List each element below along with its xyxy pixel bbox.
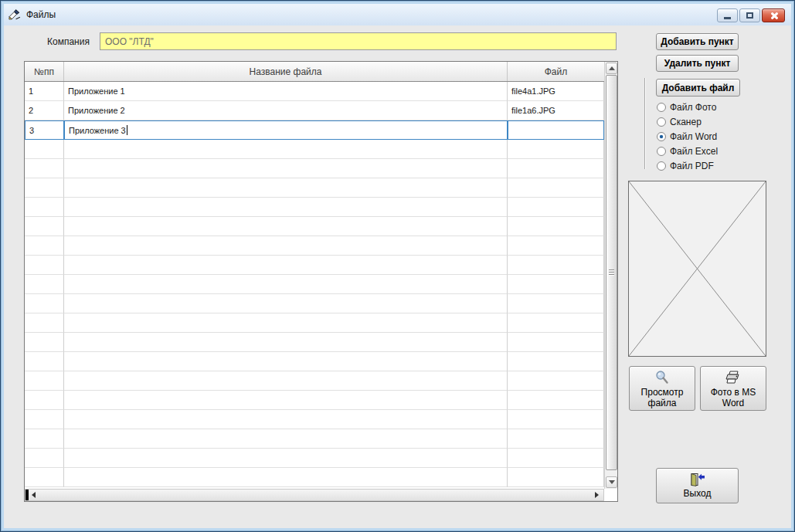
table-row-empty[interactable] — [25, 294, 604, 313]
table-rows: 1 Приложение 1 file4a1.JPG 2 Приложение … — [25, 82, 604, 487]
table-row-empty[interactable] — [25, 333, 604, 352]
table-row-empty[interactable] — [25, 178, 604, 198]
table-row-empty[interactable] — [25, 449, 604, 468]
company-label: Компания — [47, 36, 90, 47]
table-row-empty[interactable] — [25, 313, 604, 333]
table-row-empty[interactable] — [25, 371, 604, 391]
radio-icon — [657, 103, 666, 112]
files-window: Файлы Компания №пп Название файла Файл 1… — [0, 0, 795, 532]
delete-item-button[interactable]: Удалить пункт — [656, 55, 739, 72]
cell-file[interactable]: file4a1.JPG — [508, 82, 604, 101]
table-row-empty[interactable] — [25, 352, 604, 371]
arrow-down-icon — [609, 480, 615, 484]
radio-label: Сканер — [670, 117, 702, 127]
radio-icon — [657, 117, 666, 127]
radio-label: Файл Фото — [670, 102, 716, 113]
cell-name-text: Приложение 3 — [69, 126, 126, 135]
exit-label: Выход — [684, 488, 712, 499]
horizontal-scrollbar[interactable] — [25, 489, 604, 501]
view-file-label: Просмотр файла — [635, 387, 689, 408]
files-table: №пп Название файла Файл 1 Приложение 1 f… — [24, 61, 618, 502]
magnifier-icon — [654, 370, 670, 385]
table-row-empty[interactable] — [25, 275, 604, 294]
radio-scanner[interactable]: Сканер — [657, 115, 702, 128]
table-row-empty[interactable] — [25, 429, 604, 449]
photo-to-word-label: Фото в MS Word — [708, 387, 758, 408]
table-row-empty[interactable] — [25, 256, 604, 275]
cell-file[interactable]: file1a6.JPG — [508, 101, 604, 120]
radio-label: Файл PDF — [670, 161, 714, 171]
radio-file-word[interactable]: Файл Word — [657, 130, 717, 143]
vertical-scroll-thumb[interactable] — [606, 75, 617, 470]
table-row[interactable]: 1 Приложение 1 file4a1.JPG — [25, 82, 604, 101]
close-icon — [770, 12, 778, 20]
group-bevel — [644, 78, 645, 169]
image-preview-placeholder — [628, 181, 766, 357]
minimize-button[interactable] — [717, 8, 738, 22]
cell-num[interactable]: 1 — [25, 82, 64, 101]
exit-button[interactable]: Выход — [656, 468, 739, 503]
writing-hand-icon — [8, 8, 22, 22]
company-input[interactable] — [100, 32, 617, 50]
radio-label: Файл Word — [670, 131, 717, 142]
maximize-icon — [746, 12, 753, 19]
table-row-empty[interactable] — [25, 159, 604, 178]
table-row-empty[interactable] — [25, 140, 604, 159]
cell-num[interactable]: 2 — [25, 101, 64, 120]
table-header: №пп Название файла Файл — [25, 62, 604, 82]
radio-file-excel[interactable]: Файл Excel — [657, 144, 718, 158]
view-file-button[interactable]: Просмотр файла — [629, 366, 695, 411]
scroll-up-button[interactable] — [606, 63, 617, 74]
horizontal-scroll-thumb[interactable] — [25, 490, 29, 500]
arrow-right-icon[interactable] — [595, 492, 599, 498]
radio-file-pdf[interactable]: Файл PDF — [657, 159, 714, 172]
cell-num[interactable]: 3 — [25, 120, 64, 140]
window-title: Файлы — [26, 9, 56, 20]
cell-name[interactable]: Приложение 2 — [64, 101, 508, 120]
close-button[interactable] — [762, 8, 785, 22]
radio-file-photo[interactable]: Файл Фото — [657, 100, 716, 114]
table-row-editing[interactable]: 3 Приложение 3 — [25, 120, 604, 140]
add-item-button[interactable]: Добавить пункт — [656, 33, 739, 50]
radio-icon — [657, 161, 666, 171]
photo-to-word-button[interactable]: Фото в MS Word — [700, 366, 766, 411]
add-file-button[interactable]: Добавить файл — [656, 79, 740, 97]
column-header-name[interactable]: Название файла — [64, 62, 508, 81]
table-row-empty[interactable] — [25, 468, 604, 487]
radio-icon — [657, 132, 666, 141]
table-row-empty[interactable] — [25, 198, 604, 217]
column-header-num[interactable]: №пп — [25, 62, 64, 81]
cell-name-editing[interactable]: Приложение 3 — [64, 120, 508, 140]
radio-icon — [657, 147, 666, 156]
scroll-down-button[interactable] — [606, 476, 617, 488]
printer-icon — [725, 370, 742, 385]
table-row-empty[interactable] — [25, 410, 604, 429]
cell-name[interactable]: Приложение 1 — [64, 82, 508, 101]
empty-image-cross-icon — [629, 181, 766, 356]
maximize-button[interactable] — [739, 8, 760, 22]
grid-empty-rows — [25, 140, 604, 487]
text-caret — [127, 125, 127, 135]
cell-file[interactable] — [508, 120, 604, 140]
titlebar: Файлы — [4, 4, 791, 25]
scrollbar-corner — [604, 489, 617, 501]
exit-door-icon — [689, 473, 706, 486]
minimize-icon — [724, 17, 731, 19]
table-row-empty[interactable] — [25, 236, 604, 256]
table-row[interactable]: 2 Приложение 2 file1a6.JPG — [25, 101, 604, 120]
column-header-file[interactable]: Файл — [508, 62, 604, 81]
arrow-left-icon[interactable] — [32, 492, 36, 498]
table-row-empty[interactable] — [25, 217, 604, 236]
scroll-grip-icon — [609, 269, 614, 276]
arrow-up-icon — [609, 66, 615, 70]
radio-label: Файл Excel — [670, 146, 718, 157]
table-row-empty[interactable] — [25, 391, 604, 410]
vertical-scrollbar[interactable] — [604, 62, 617, 489]
